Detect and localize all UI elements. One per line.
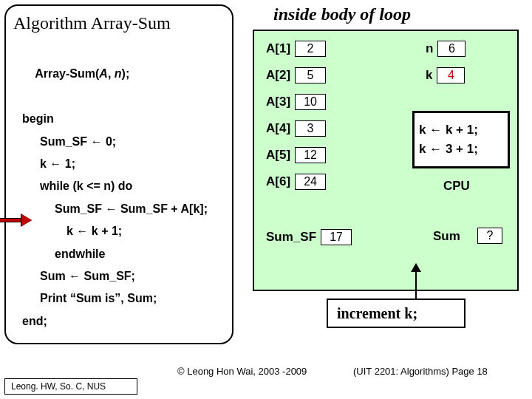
var-n-value: 6 xyxy=(437,41,466,57)
algo-line-6: endwhile xyxy=(55,243,229,265)
algo-line-8: Print “Sum is”, Sum; xyxy=(40,287,229,310)
array-label: A[5] xyxy=(266,148,290,163)
algo-line-2: k ← 1; xyxy=(40,153,229,175)
var-k-row: k 4 xyxy=(426,66,465,84)
array-label: A[4] xyxy=(266,121,290,136)
author-text: Leong. HW, So. C, NUS xyxy=(11,381,106,392)
copyright-text: © Leong Hon Wai, 2003 -2009 xyxy=(177,366,307,377)
array-row: A[3] 10 xyxy=(266,93,326,111)
array-value: 10 xyxy=(295,94,326,110)
algo-begin: begin xyxy=(22,108,229,130)
algorithm-title: Algorithm Array-Sum xyxy=(13,13,229,33)
state-panel: A[1] 2 A[2] 5 A[3] 10 A[4] 3 A[5] 12 A[6… xyxy=(253,30,519,291)
array-label: A[1] xyxy=(266,41,290,56)
array-label: A[2] xyxy=(266,68,290,83)
algo-line-3: while (k <= n) do xyxy=(40,175,229,197)
algorithm-panel: Algorithm Array-Sum Array-Sum(A, n); beg… xyxy=(4,4,233,344)
page-footer: (UIT 2201: Algorithms) Page 18 xyxy=(353,366,488,377)
array-label: A[3] xyxy=(266,95,290,109)
array-value: 2 xyxy=(295,41,326,57)
array-row: A[5] 12 xyxy=(266,146,326,164)
array-value: 12 xyxy=(295,147,326,163)
array-value: 24 xyxy=(295,174,326,190)
algo-end: end; xyxy=(22,310,229,332)
cpu-box: k ← k + 1; k ← 3 + 1; xyxy=(412,111,510,168)
algo-line-4: Sum_SF ← Sum_SF + A[k]; xyxy=(55,198,229,220)
var-n-label: n xyxy=(426,41,433,56)
array-value: 3 xyxy=(295,120,326,137)
cpu-line-1: k ← k + 1; xyxy=(419,120,503,140)
var-k-label: k xyxy=(426,68,432,83)
current-line-pointer xyxy=(0,215,34,225)
array-row: A[2] 5 xyxy=(266,66,326,84)
sumsf-value: 17 xyxy=(321,229,352,245)
increment-callout: increment k; xyxy=(327,299,466,328)
array-label: A[6] xyxy=(266,174,290,189)
algo-line-5: k ← k + 1; xyxy=(66,220,229,242)
sum-value: ? xyxy=(477,228,502,244)
algo-signature: Array-Sum(A, n); xyxy=(22,41,229,108)
var-k-value: 4 xyxy=(437,67,465,83)
algo-line-7: Sum ← Sum_SF; xyxy=(40,265,229,287)
sumsf-row: Sum_SF 17 xyxy=(266,229,352,245)
sum-label: Sum xyxy=(433,229,460,244)
cpu-line-2: k ← 3 + 1; xyxy=(419,140,503,159)
sumsf-label: Sum_SF xyxy=(266,230,316,245)
increment-text: increment k; xyxy=(337,305,417,322)
array-row: A[6] 24 xyxy=(266,173,326,191)
author-box: Leong. HW, So. C, NUS xyxy=(4,378,137,395)
loop-body-title: inside body of loop xyxy=(273,4,411,24)
array-value: 5 xyxy=(295,67,326,83)
var-n-row: n 6 xyxy=(426,40,466,58)
array-row: A[1] 2 xyxy=(266,40,326,58)
cpu-label: CPU xyxy=(443,179,470,194)
array-row: A[4] 3 xyxy=(266,120,326,137)
algo-line-1: Sum_SF ← 0; xyxy=(40,131,229,153)
